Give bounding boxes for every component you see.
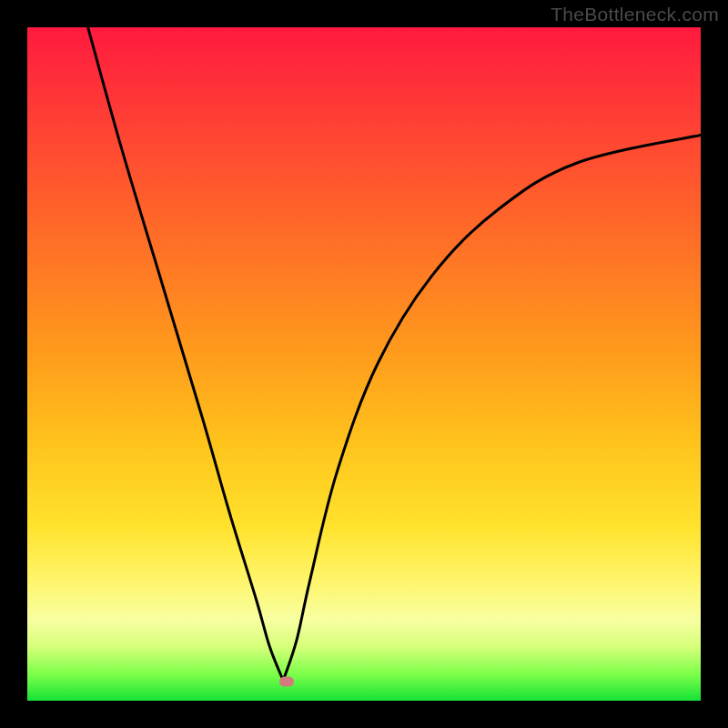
plot-area bbox=[27, 27, 701, 701]
gradient-background bbox=[27, 27, 701, 701]
min-marker bbox=[279, 677, 294, 687]
chart-frame: TheBottleneck.com bbox=[0, 0, 728, 728]
watermark-text: TheBottleneck.com bbox=[551, 4, 719, 25]
